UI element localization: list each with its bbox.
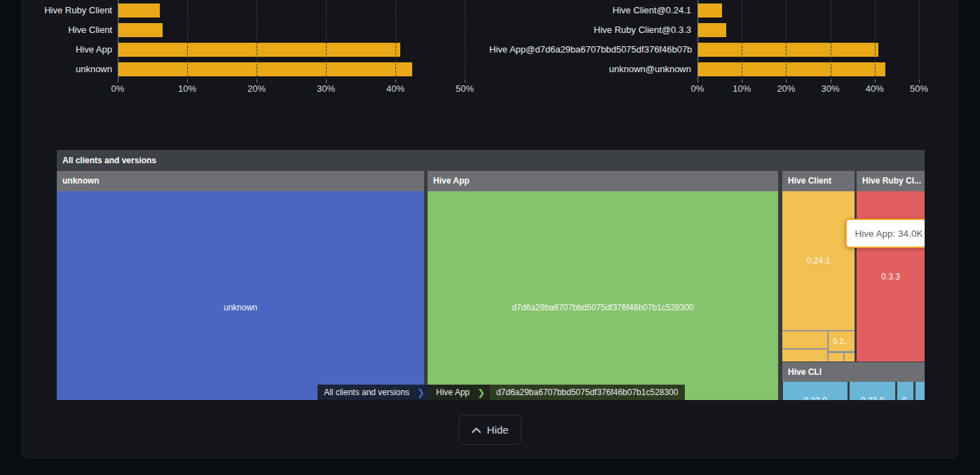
treemap-block-label: 0.	[897, 396, 913, 400]
treemap-section-header[interactable]: Hive CLI	[782, 362, 925, 382]
treemap-section-header[interactable]: unknown	[57, 171, 424, 191]
treemap-block-label: 0.24.1	[782, 256, 855, 266]
bar-category-label: unknown	[0, 62, 112, 76]
treemap-breadcrumb: All clients and versions ❯ Hive App ❯ d7…	[318, 385, 685, 400]
y-axis-labels: Hive Ruby ClientHive ClientHive Appunkno…	[0, 0, 112, 80]
gridline	[395, 0, 396, 80]
bar-plot-area	[118, 0, 465, 80]
tick-mark	[187, 80, 188, 83]
x-axis: 0%10%20%30%40%50%	[118, 83, 465, 95]
gridline	[742, 0, 742, 80]
treemap: All clients and versions unknown unknown…	[57, 150, 925, 400]
treemap-block-small[interactable]	[845, 353, 855, 362]
breadcrumb-label: d7d6a29ba6707bbd5075df376f46b07b1c528300	[490, 387, 685, 397]
gridline	[326, 0, 327, 80]
x-tick-label: 0%	[691, 83, 705, 94]
breadcrumb-item-all-clients[interactable]: All clients and versions ❯	[318, 385, 430, 400]
gridline	[465, 0, 465, 80]
bar-plot-area	[697, 0, 919, 80]
x-tick-label: 10%	[733, 83, 751, 94]
gridline	[831, 0, 831, 80]
treemap-block-small[interactable]	[916, 382, 925, 400]
bar-category-label: unknown@unknown	[489, 62, 691, 76]
x-axis: 0%10%20%30%40%50%	[697, 83, 919, 95]
treemap-block-0-23-0[interactable]: 0.23.0	[783, 382, 848, 400]
tick-mark	[118, 80, 118, 83]
treemap-section-header[interactable]: Hive App	[428, 171, 778, 191]
treemap-block-label: 0.3.3	[857, 272, 925, 282]
x-tick-label: 10%	[178, 83, 196, 94]
bar[interactable]	[118, 4, 160, 18]
x-tick-label: 30%	[317, 83, 335, 94]
treemap-block-label: 0.23.0	[783, 396, 848, 400]
y-axis-labels: Hive Client@0.24.1Hive Ruby Client@0.3.3…	[489, 0, 691, 80]
x-tick-label: 50%	[456, 83, 474, 94]
treemap-block-small[interactable]: 0.2...	[829, 331, 855, 351]
tick-mark	[831, 80, 831, 83]
tick-mark	[919, 80, 920, 83]
bar[interactable]	[698, 43, 878, 57]
x-tick-label: 40%	[386, 83, 404, 94]
gridline	[919, 0, 920, 80]
bar[interactable]	[698, 4, 722, 18]
tooltip: Hive App: 34.0K	[845, 219, 925, 248]
treemap-section-hive-cli[interactable]: Hive CLI 0.23.0 0.23.0 0.	[782, 362, 925, 400]
treemap-section-header[interactable]: Hive Ruby Cl...	[857, 171, 925, 191]
bar[interactable]	[698, 62, 885, 76]
breadcrumb-item-hash[interactable]: d7d6a29ba6707bbd5075df376f46b07b1c528300	[490, 385, 685, 400]
bar-category-label: Hive Client	[0, 23, 112, 37]
tick-mark	[786, 80, 787, 83]
tick-mark	[465, 80, 465, 83]
chevron-right-icon: ❯	[416, 387, 430, 398]
tick-mark	[697, 80, 698, 83]
gridline	[786, 0, 787, 80]
treemap-block-small[interactable]	[782, 350, 827, 362]
x-tick-label: 40%	[866, 83, 884, 94]
chevron-up-icon	[472, 427, 481, 433]
tick-mark	[875, 80, 876, 83]
bar-category-label: Hive Client@0.24.1	[489, 4, 691, 18]
treemap-section-hive-app[interactable]: Hive App d7d6a29ba6707bbd5075df376f46b07…	[428, 171, 778, 400]
treemap-section-unknown[interactable]: unknown unknown	[57, 171, 424, 400]
treemap-block-small[interactable]	[829, 353, 843, 362]
breadcrumb-label: All clients and versions	[318, 387, 416, 397]
dashboard-stage: Hive Ruby ClientHive ClientHive Appunkno…	[0, 0, 980, 475]
gridline	[187, 0, 188, 80]
treemap-section-hive-client[interactable]: Hive Client 0.24.1 0.2...	[782, 171, 855, 362]
treemap-block-0-23-0[interactable]: 0.23.0	[850, 382, 895, 400]
treemap-mosaic-hive-client: 0.24.1 0.2...	[782, 191, 855, 362]
treemap-block-label: 0.23.0	[850, 396, 895, 400]
treemap-section-header[interactable]: Hive Client	[782, 171, 855, 191]
x-tick-label: 20%	[777, 83, 795, 94]
gridline	[257, 0, 257, 80]
treemap-title: All clients and versions	[57, 150, 925, 171]
treemap-block-0-24-1[interactable]: 0.24.1	[782, 191, 855, 330]
bar[interactable]	[698, 23, 726, 37]
gridline	[875, 0, 876, 80]
bar[interactable]	[118, 43, 400, 57]
tick-mark	[257, 80, 257, 83]
x-tick-label: 50%	[910, 83, 928, 94]
treemap-block-label: d7d6a29ba6707bbd5075df376f46b07b1c528300	[428, 303, 778, 312]
treemap-block-hive-app[interactable]: d7d6a29ba6707bbd5075df376f46b07b1c528300	[428, 191, 778, 400]
bar-category-label: Hive Ruby Client@0.3.3	[489, 23, 691, 37]
bar-category-label: Hive App@d7d6a29ba6707bbd5075df376f46b07…	[489, 43, 691, 57]
treemap-section-hive-ruby-client[interactable]: Hive Ruby Cl... 0.3.3	[857, 171, 925, 362]
chevron-right-icon: ❯	[476, 387, 490, 398]
x-tick-label: 0%	[111, 83, 125, 94]
bar-category-label: Hive Ruby Client	[0, 4, 112, 18]
tick-mark	[742, 80, 742, 83]
breadcrumb-item-hive-app[interactable]: Hive App ❯	[430, 385, 490, 400]
treemap-block-unknown[interactable]: unknown	[57, 191, 424, 400]
x-tick-label: 30%	[822, 83, 840, 94]
clients-bar-chart: Hive Ruby ClientHive ClientHive Appunkno…	[0, 0, 485, 98]
treemap-mosaic-hive-cli: 0.23.0 0.23.0 0.	[782, 382, 925, 400]
treemap-block-small[interactable]: 0.	[897, 382, 913, 400]
breadcrumb-label: Hive App	[430, 387, 476, 397]
bar[interactable]	[118, 23, 163, 37]
treemap-block-small[interactable]	[782, 331, 827, 348]
treemap-block-0-3-3[interactable]: 0.3.3	[857, 191, 925, 362]
x-tick-label: 20%	[247, 83, 266, 94]
hide-button[interactable]: Hide	[458, 415, 522, 445]
bar[interactable]	[118, 62, 412, 76]
